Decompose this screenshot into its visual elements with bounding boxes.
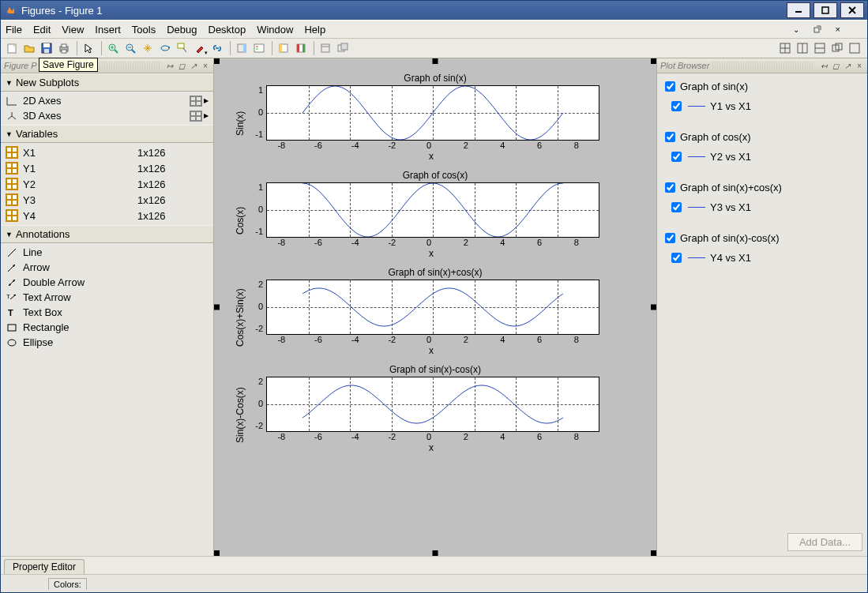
menu-debug[interactable]: Debug: [167, 24, 197, 36]
show-tools-button[interactable]: [293, 40, 309, 56]
subplot[interactable]: Graph of cos(x) Cos(x) 10-1 -8-6-4-20246…: [233, 170, 637, 259]
panel-close-icon[interactable]: ×: [836, 24, 840, 34]
property-editor-tab[interactable]: Property Editor: [4, 559, 85, 574]
annotation-item[interactable]: Rectangle: [1, 320, 213, 335]
pb-axes-item[interactable]: Graph of sin(x)-cos(x): [657, 228, 867, 248]
print-button[interactable]: [56, 40, 72, 56]
annotation-item[interactable]: Double Arrow: [1, 275, 213, 290]
pointer-button[interactable]: [81, 40, 96, 56]
panel-undock2-icon[interactable]: ↗: [189, 61, 198, 70]
tile-max-button[interactable]: [847, 40, 862, 56]
svg-rect-7: [43, 43, 50, 47]
tile-float-button[interactable]: [829, 40, 845, 56]
hide-tools-button[interactable]: [276, 40, 291, 56]
svg-rect-24: [254, 44, 264, 52]
pb-series-item[interactable]: Y4 vs X1: [657, 248, 867, 268]
menu-file[interactable]: File: [6, 24, 22, 36]
menu-view[interactable]: View: [62, 24, 84, 36]
menu-insert[interactable]: Insert: [95, 24, 121, 36]
axes[interactable]: [266, 280, 599, 335]
tile-left-right-button[interactable]: [795, 40, 810, 56]
menu-desktop[interactable]: Desktop: [209, 24, 246, 36]
axes-3d-item[interactable]: 3D Axes ▶: [1, 108, 213, 123]
annotation-item[interactable]: Ellipse: [1, 335, 213, 350]
pb-series-item[interactable]: Y2 vs X1: [657, 147, 867, 167]
axes-2d-item[interactable]: 2D Axes ▶: [1, 93, 213, 108]
zoom-out-button[interactable]: [122, 40, 138, 56]
pb-axes-checkbox[interactable]: [665, 132, 675, 142]
subplot[interactable]: Graph of sin(x)+cos(x) Cos(x)+Sin(x) 20-…: [233, 267, 637, 356]
pb-series-checkbox[interactable]: [671, 101, 682, 111]
brush-button[interactable]: ▾: [192, 40, 208, 56]
subplot[interactable]: Graph of sin(x) Sin(x) 10-1 -8-6-4-20246…: [233, 73, 637, 162]
pb-axes-checkbox[interactable]: [665, 81, 675, 92]
panel-undock-icon[interactable]: [814, 24, 821, 36]
zoom-in-button[interactable]: [105, 40, 121, 56]
pb-axes-item[interactable]: Graph of sin(x): [657, 77, 867, 96]
axes[interactable]: [266, 85, 599, 141]
pan-button[interactable]: [140, 40, 156, 56]
pb-series-item[interactable]: Y3 vs X1: [657, 197, 867, 217]
dock-float-button[interactable]: [335, 40, 351, 56]
pb-axes-label: Graph of sin(x)+cos(x): [680, 182, 782, 193]
annotation-icon: [6, 337, 18, 348]
grid-icon[interactable]: [190, 96, 202, 107]
annotation-item[interactable]: Arrow: [1, 260, 213, 275]
svg-text:T: T: [6, 293, 10, 300]
add-data-button[interactable]: Add Data...: [787, 533, 862, 551]
variable-row[interactable]: Y3 1x126: [1, 192, 213, 208]
pb-series-checkbox[interactable]: [671, 152, 682, 162]
pb-axes-item[interactable]: Graph of sin(x)+cos(x): [657, 178, 867, 197]
subplots-section-head[interactable]: ▼New Subplots: [1, 73, 213, 92]
pb-series-checkbox[interactable]: [671, 253, 682, 263]
dock-dropdown-icon[interactable]: ⌄: [793, 25, 799, 34]
pb-axes-checkbox[interactable]: [665, 233, 675, 243]
open-button[interactable]: [21, 40, 37, 56]
axes[interactable]: [266, 182, 599, 238]
panel-restore-icon[interactable]: ◻: [177, 61, 186, 70]
annotation-item[interactable]: TText Arrow: [1, 290, 213, 305]
close-button[interactable]: [840, 2, 864, 18]
new-figure-button[interactable]: [4, 40, 20, 56]
tile-top-bottom-button[interactable]: [812, 40, 828, 56]
grid-icon[interactable]: [190, 111, 202, 122]
panel-close2-icon[interactable]: ×: [855, 61, 864, 70]
panel-dock-icon[interactable]: ↤: [819, 61, 829, 70]
panel-restore-icon[interactable]: ◻: [831, 61, 840, 70]
variable-row[interactable]: Y2 1x126: [1, 176, 213, 192]
pb-series-checkbox[interactable]: [671, 202, 682, 212]
dock-maximize-button[interactable]: [318, 40, 333, 56]
menu-window[interactable]: Window: [257, 24, 293, 36]
panel-dock-icon[interactable]: ↦: [165, 61, 175, 70]
variable-size: 1x126: [137, 210, 209, 222]
variables-section-head[interactable]: ▼Variables: [1, 125, 213, 143]
menu-tools[interactable]: Tools: [132, 24, 156, 36]
pb-series-item[interactable]: Y1 vs X1: [657, 96, 867, 116]
save-button[interactable]: Save Figure: [39, 40, 54, 56]
menu-edit[interactable]: Edit: [33, 24, 51, 36]
legend-button[interactable]: [251, 40, 267, 56]
datacursor-button[interactable]: [175, 40, 190, 56]
status-row: Colors:: [1, 574, 867, 592]
panel-undock2-icon[interactable]: ↗: [843, 61, 852, 70]
variable-row[interactable]: Y4 1x126: [1, 208, 213, 223]
variable-row[interactable]: Y1 1x126: [1, 160, 213, 176]
pb-axes-item[interactable]: Graph of cos(x): [657, 127, 867, 147]
rotate3d-button[interactable]: [157, 40, 173, 56]
minimize-button[interactable]: [787, 2, 810, 18]
panel-close2-icon[interactable]: ×: [201, 61, 210, 70]
maximize-button[interactable]: [814, 2, 837, 18]
variable-row[interactable]: X1 1x126: [1, 144, 213, 160]
link-button[interactable]: [209, 40, 225, 56]
figure-canvas[interactable]: Graph of sin(x) Sin(x) 10-1 -8-6-4-20246…: [214, 58, 656, 556]
pb-axes-checkbox[interactable]: [665, 182, 675, 193]
axes[interactable]: [266, 377, 599, 432]
subplot[interactable]: Graph of sin(x)-cos(x) Sin(x)-Cos(x) 20-…: [233, 364, 637, 453]
tile-quad-button[interactable]: [777, 40, 793, 56]
annotations-section-head[interactable]: ▼Annotations: [1, 225, 213, 243]
annotation-item[interactable]: Line: [1, 245, 213, 260]
menu-help[interactable]: Help: [304, 24, 325, 36]
colorbar-button[interactable]: [234, 40, 250, 56]
annotation-item[interactable]: TText Box: [1, 305, 213, 320]
svg-rect-10: [62, 44, 66, 47]
